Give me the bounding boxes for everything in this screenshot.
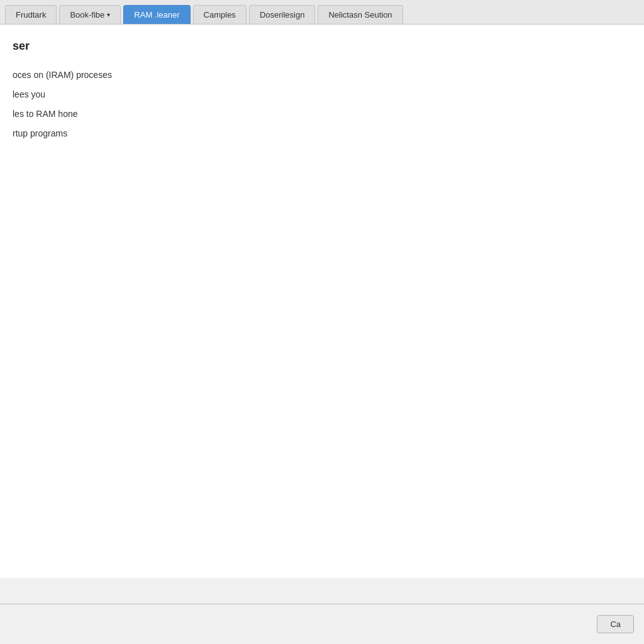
tab-camples[interactable]: Camples xyxy=(193,5,247,24)
list-item-3: rtup programs xyxy=(13,124,631,143)
bottom-bar: Ca xyxy=(0,604,644,644)
list-item-1: lees you xyxy=(13,85,631,104)
tab-doserilesign[interactable]: Doserilesign xyxy=(249,5,316,24)
tab-nelictasn-seution[interactable]: Nelictasn Seution xyxy=(318,5,402,24)
list-item-0: oces on (IRAM) proceses xyxy=(13,65,631,85)
tab-frudtark[interactable]: Frudtark xyxy=(5,5,57,24)
list-item-2: les to RAM hone xyxy=(13,104,631,124)
tab-label-book-fibe: Book-fibe xyxy=(70,10,104,19)
cancel-button[interactable]: Ca xyxy=(597,615,634,633)
tab-bar: FrudtarkBook-fibe▾RAM .leanerCamplesDose… xyxy=(0,0,644,25)
content-list: oces on (IRAM) proceseslees youles to RA… xyxy=(13,65,631,143)
chevron-down-icon: ▾ xyxy=(107,11,110,18)
tab-ram-cleaner[interactable]: RAM .leaner xyxy=(123,5,190,24)
tab-book-fibe[interactable]: Book-fibe▾ xyxy=(59,5,121,24)
main-content: ser oces on (IRAM) proceseslees youles t… xyxy=(0,25,644,578)
section-title: ser xyxy=(13,40,631,53)
